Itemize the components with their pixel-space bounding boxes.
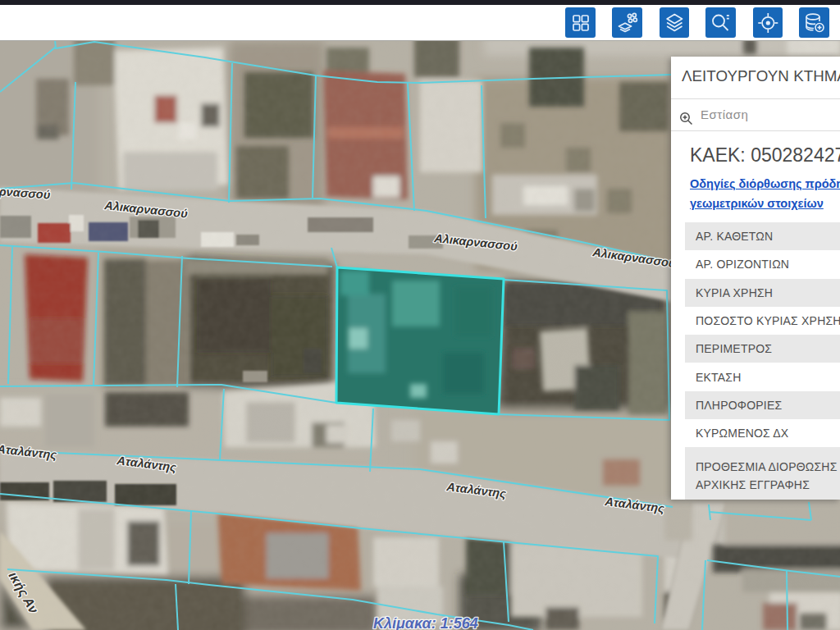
svg-text:Κλίμακα: 1:564: Κλίμακα: 1:564	[373, 615, 478, 630]
